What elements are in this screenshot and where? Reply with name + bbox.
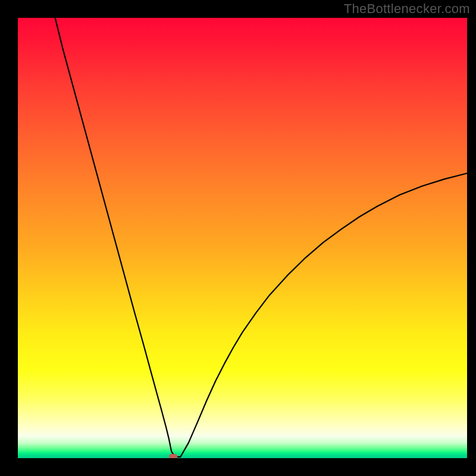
watermark-text: TheBottlenecker.com xyxy=(344,1,470,17)
chart-curve-svg xyxy=(18,18,467,458)
chart-curve-path xyxy=(55,18,467,457)
chart-marker xyxy=(169,454,177,458)
chart-plot-area xyxy=(18,18,467,458)
